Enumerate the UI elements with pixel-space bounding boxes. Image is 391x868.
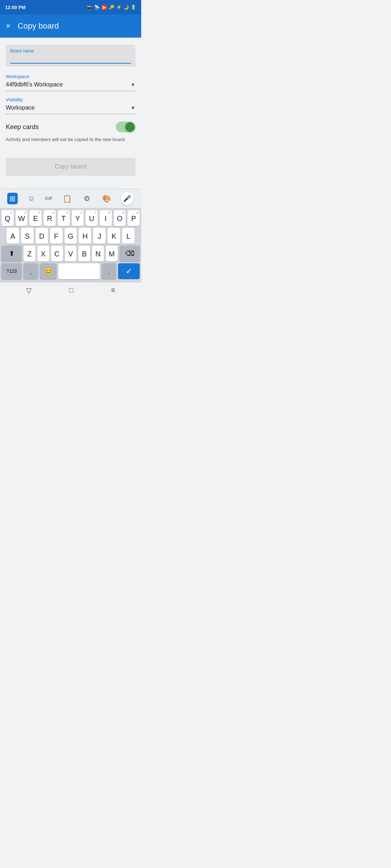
- clipboard-icon[interactable]: 📋: [60, 193, 74, 204]
- board-name-input-wrapper: [10, 55, 131, 64]
- comma-key[interactable]: ,: [24, 263, 38, 279]
- top-bar: × Copy board: [0, 14, 141, 38]
- key-p[interactable]: 0P: [127, 210, 140, 226]
- period-key[interactable]: .: [102, 263, 116, 279]
- status-icons: 📷 📡 ▶ 🔑 ⚡ 🌙 🔋: [87, 5, 136, 10]
- key-b[interactable]: B: [78, 246, 90, 261]
- keyboard-row-1: 1Q 2W 3E 4R 5T 6Y 7U 8I 9O 0P: [1, 210, 140, 226]
- key-y[interactable]: 6Y: [72, 210, 84, 226]
- space-key[interactable]: [58, 263, 100, 279]
- content-area: Board name Workspace 44f9dbf6's Workspac…: [0, 38, 141, 189]
- key-r[interactable]: 4R: [43, 210, 56, 226]
- key-d[interactable]: D: [35, 228, 48, 244]
- visibility-dropdown-arrow-icon: ▼: [130, 105, 135, 111]
- activity-note: Activity and members will not be copied …: [6, 136, 135, 143]
- key-t[interactable]: 5T: [58, 210, 70, 226]
- enter-key[interactable]: ✓: [118, 263, 140, 279]
- close-button[interactable]: ×: [6, 22, 10, 30]
- workspace-label: Workspace: [6, 74, 135, 79]
- key-icon: 🔑: [109, 5, 114, 10]
- page-title: Copy board: [18, 21, 59, 31]
- numbers-key[interactable]: ?123: [1, 263, 22, 279]
- key-k[interactable]: K: [108, 228, 120, 244]
- key-q[interactable]: 1Q: [1, 210, 14, 226]
- visibility-value: Workspace: [6, 105, 35, 111]
- key-m[interactable]: M: [106, 246, 118, 261]
- visibility-label: Visibility: [6, 97, 135, 102]
- key-o[interactable]: 9O: [114, 210, 126, 226]
- key-s[interactable]: S: [21, 228, 34, 244]
- board-name-container: Board name: [6, 45, 135, 67]
- keep-cards-label: Keep cards: [6, 123, 39, 131]
- keep-cards-toggle[interactable]: [116, 122, 135, 132]
- home-nav-icon[interactable]: □: [69, 286, 73, 294]
- key-a[interactable]: A: [7, 228, 19, 244]
- key-f[interactable]: F: [50, 228, 63, 244]
- keyboard-row-4: ?123 , 😊 . ✓: [1, 263, 140, 279]
- cast-icon: 📡: [94, 5, 100, 10]
- grid-icon[interactable]: ⊞: [7, 193, 18, 204]
- bluetooth-icon: ⚡: [116, 5, 122, 10]
- record-icon: ▶: [101, 5, 107, 10]
- key-u[interactable]: 7U: [85, 210, 98, 226]
- menu-nav-icon[interactable]: ≡: [111, 286, 115, 294]
- sticker-icon[interactable]: ☺: [25, 193, 37, 204]
- visibility-dropdown[interactable]: Workspace ▼: [6, 105, 135, 114]
- workspace-dropdown[interactable]: 44f9dbf6's Workspace ▼: [6, 81, 135, 91]
- navigation-bar: ▽ □ ≡: [0, 282, 141, 298]
- key-x[interactable]: X: [37, 246, 49, 261]
- visibility-section: Visibility Workspace ▼: [6, 97, 135, 114]
- gif-button[interactable]: GIF: [45, 196, 53, 201]
- keep-cards-row: Keep cards: [6, 122, 135, 132]
- back-nav-icon[interactable]: ▽: [26, 286, 31, 295]
- board-name-label: Board name: [10, 48, 131, 54]
- keyboard-row-2: A S D F G H J K L: [1, 228, 140, 244]
- delete-key[interactable]: ⌫: [119, 246, 140, 261]
- moon-icon: 🌙: [123, 5, 129, 10]
- shift-key[interactable]: ⬆: [1, 246, 22, 261]
- key-w[interactable]: 2W: [16, 210, 28, 226]
- palette-icon[interactable]: 🎨: [100, 193, 113, 204]
- settings-icon[interactable]: ⚙: [81, 193, 92, 204]
- key-z[interactable]: Z: [24, 246, 35, 261]
- video-camera-icon: 📷: [87, 5, 92, 10]
- keyboard-row-3: ⬆ Z X C V B N M ⌫: [1, 246, 140, 261]
- battery-icon: 🔋: [131, 5, 136, 10]
- workspace-dropdown-arrow-icon: ▼: [130, 82, 135, 88]
- keyboard: 1Q 2W 3E 4R 5T 6Y 7U 8I 9O 0P A S D F G …: [0, 208, 141, 282]
- key-n[interactable]: N: [92, 246, 104, 261]
- copy-board-button[interactable]: Copy board: [6, 158, 135, 176]
- key-h[interactable]: H: [79, 228, 91, 244]
- workspace-section: Workspace 44f9dbf6's Workspace ▼: [6, 74, 135, 91]
- key-i[interactable]: 8I: [100, 210, 112, 226]
- status-bar: 12:00 PM 📷 📡 ▶ 🔑 ⚡ 🌙 🔋: [0, 0, 141, 14]
- key-c[interactable]: C: [51, 246, 63, 261]
- toggle-thumb: [125, 122, 135, 132]
- key-l[interactable]: L: [122, 228, 135, 244]
- keyboard-toolbar: ⊞ ☺ GIF 📋 ⚙ 🎨 🎤: [0, 189, 141, 208]
- key-g[interactable]: G: [64, 228, 77, 244]
- keep-cards-section: Keep cards Activity and members will not…: [6, 122, 135, 143]
- key-e[interactable]: 3E: [29, 210, 42, 226]
- emoji-key[interactable]: 😊: [40, 263, 56, 279]
- board-name-input[interactable]: [10, 55, 131, 61]
- workspace-value: 44f9dbf6's Workspace: [6, 81, 63, 88]
- key-v[interactable]: V: [65, 246, 77, 261]
- microphone-button[interactable]: 🎤: [121, 192, 134, 205]
- key-j[interactable]: J: [93, 228, 106, 244]
- status-time: 12:00 PM: [5, 5, 25, 10]
